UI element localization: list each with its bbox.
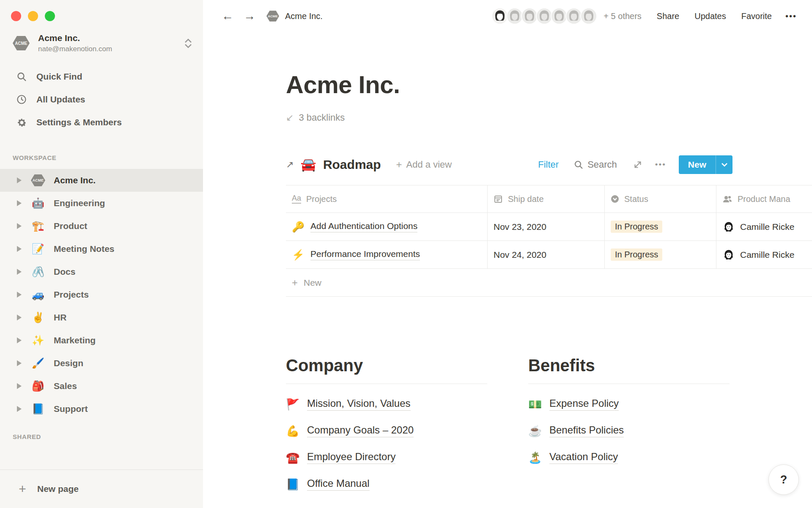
page-link-office-manual[interactable]: 📘Office Manual xyxy=(286,471,370,497)
expand-caret-icon[interactable] xyxy=(17,360,22,366)
open-as-page-icon[interactable]: ↗ xyxy=(286,159,294,170)
page-title: Acme Inc. xyxy=(286,70,812,99)
page-emoji-icon: 📘 xyxy=(286,479,300,490)
status-icon xyxy=(611,195,619,203)
collaborator-avatar[interactable] xyxy=(536,8,553,25)
collaborator-avatar[interactable] xyxy=(565,8,582,25)
sidebar-item-meeting-notes[interactable]: 📝Meeting Notes xyxy=(0,237,203,260)
more-options-icon[interactable]: ••• xyxy=(785,11,797,21)
backlinks-label: 3 backlinks xyxy=(299,112,345,123)
sidebar-item-product[interactable]: 🏗️Product xyxy=(0,215,203,237)
zoom-window-button[interactable] xyxy=(45,11,55,21)
page-emoji-icon: 🖌️ xyxy=(31,358,45,368)
status-badge: In Progress xyxy=(611,221,662,233)
search-icon xyxy=(16,71,27,82)
favorite-button[interactable]: Favorite xyxy=(741,11,772,21)
expand-caret-icon[interactable] xyxy=(17,269,22,275)
table-body: 🔑Add Authentication OptionsNov 23, 2020I… xyxy=(286,213,812,269)
shared-section-label: SHARED xyxy=(0,433,203,440)
workspace-switch-icon[interactable] xyxy=(184,39,192,48)
roadmap-toolbar: ↗ 🚘 Roadmap + Add a view Filter Search •… xyxy=(286,155,732,174)
status-cell[interactable]: In Progress xyxy=(605,241,716,268)
collaborator-avatar[interactable] xyxy=(521,8,538,25)
collaborator-avatar[interactable] xyxy=(580,8,597,25)
sidebar-item-marketing[interactable]: ✨Marketing xyxy=(0,329,203,352)
new-record-button[interactable]: New xyxy=(679,155,732,174)
add-view-button[interactable]: + Add a view xyxy=(396,159,452,171)
manager-avatar xyxy=(722,221,735,233)
breadcrumb-page-title[interactable]: Acme Inc. xyxy=(285,11,323,21)
page-link-employee-directory[interactable]: ☎️Employee Directory xyxy=(286,444,395,471)
sidebar-item-acme-inc[interactable]: ACMEAcme Inc. xyxy=(0,169,203,192)
roadmap-title[interactable]: Roadmap xyxy=(323,157,381,172)
column-header-status[interactable]: Status xyxy=(605,185,716,213)
sidebar-item-support[interactable]: 📘Support xyxy=(0,398,203,420)
sidebar-item-projects[interactable]: 🚙Projects xyxy=(0,283,203,306)
expand-icon[interactable] xyxy=(633,160,642,169)
sidebar-menu-settings-members[interactable]: Settings & Members xyxy=(0,111,203,134)
forward-arrow-icon[interactable]: → xyxy=(244,10,255,22)
expand-caret-icon[interactable] xyxy=(17,292,22,298)
backlinks-button[interactable]: ↙ 3 backlinks xyxy=(286,112,345,123)
new-dropdown-icon[interactable] xyxy=(716,155,732,174)
expand-caret-icon[interactable] xyxy=(17,223,22,229)
share-button[interactable]: Share xyxy=(657,11,679,21)
others-count[interactable]: + 5 others xyxy=(604,11,642,21)
expand-caret-icon[interactable] xyxy=(17,246,22,252)
project-emoji-icon: 🔑 xyxy=(292,222,304,232)
sidebar-menu-quick-find[interactable]: Quick Find xyxy=(0,65,203,88)
collaborator-avatar[interactable] xyxy=(491,8,508,25)
collaborator-avatar[interactable] xyxy=(506,8,523,25)
expand-caret-icon[interactable] xyxy=(17,337,22,343)
sidebar-item-design[interactable]: 🖌️Design xyxy=(0,352,203,375)
search-button[interactable]: Search xyxy=(574,159,617,170)
project-cell[interactable]: 🔑Add Authentication Options xyxy=(286,213,488,240)
help-button[interactable]: ? xyxy=(768,464,799,495)
project-cell[interactable]: ⚡Performance Improvements xyxy=(286,241,488,268)
back-arrow-icon[interactable]: ← xyxy=(222,10,233,22)
project-emoji-icon: ⚡ xyxy=(292,250,304,260)
sidebar-item-engineering[interactable]: 🤖Engineering xyxy=(0,192,203,215)
page-link-expense-policy[interactable]: 💵Expense Policy xyxy=(528,391,619,417)
section-title: Company xyxy=(286,356,487,375)
close-window-button[interactable] xyxy=(11,11,21,21)
filter-button[interactable]: Filter xyxy=(538,159,559,170)
collection-more-icon[interactable]: ••• xyxy=(655,160,666,169)
sidebar-item-hr[interactable]: ✌️HR xyxy=(0,306,203,329)
table-new-row-button[interactable]: + New xyxy=(286,269,812,297)
search-icon xyxy=(574,160,583,169)
workspace-page-list: ACMEAcme Inc.🤖Engineering🏗️Product📝Meeti… xyxy=(0,169,203,420)
ship-date-cell[interactable]: Nov 23, 2020 xyxy=(488,213,605,240)
calendar-icon xyxy=(494,194,503,204)
updates-button[interactable]: Updates xyxy=(694,11,726,21)
page-link-benefits-policies[interactable]: ☕Benefits Policies xyxy=(528,417,624,444)
column-header-product-mana[interactable]: Product Mana xyxy=(716,185,812,213)
collaborator-avatar[interactable] xyxy=(551,8,568,25)
status-cell[interactable]: In Progress xyxy=(605,213,716,240)
product-manager-cell[interactable]: Camille Ricke xyxy=(716,213,812,240)
topbar: ← → ACME Acme Inc. + 5 others Share Upda… xyxy=(203,0,812,32)
project-link[interactable]: Performance Improvements xyxy=(310,249,420,260)
expand-caret-icon[interactable] xyxy=(17,177,22,183)
sidebar-item-sales[interactable]: 🎒Sales xyxy=(0,375,203,398)
minimize-window-button[interactable] xyxy=(28,11,38,21)
column-header-projects[interactable]: AaProjects xyxy=(286,185,488,213)
workspace-switcher[interactable]: ACME Acme Inc. nate@makenotion.com xyxy=(0,21,203,58)
expand-caret-icon[interactable] xyxy=(17,383,22,389)
expand-caret-icon[interactable] xyxy=(17,406,22,412)
section-company: Company🚩Mission, Vision, Values💪Company … xyxy=(286,356,487,497)
new-page-button[interactable]: + New page xyxy=(0,470,203,508)
sidebar-item-docs[interactable]: 🖇️Docs xyxy=(0,260,203,283)
expand-caret-icon[interactable] xyxy=(17,315,22,320)
page-link-mission-vision-values[interactable]: 🚩Mission, Vision, Values xyxy=(286,391,411,417)
project-link[interactable]: Add Authentication Options xyxy=(310,221,417,232)
page-link-company-goals-2020[interactable]: 💪Company Goals – 2020 xyxy=(286,417,414,444)
product-manager-cell[interactable]: Camille Ricke xyxy=(716,241,812,268)
expand-caret-icon[interactable] xyxy=(17,200,22,206)
page-emoji-icon: ☎️ xyxy=(286,452,300,463)
sidebar-menu-all-updates[interactable]: All Updates xyxy=(0,88,203,111)
page-link-vacation-policy[interactable]: 🏝️Vacation Policy xyxy=(528,444,618,471)
ship-date-cell[interactable]: Nov 24, 2020 xyxy=(488,241,605,268)
column-header-ship-date[interactable]: Ship date xyxy=(488,185,605,213)
plus-icon: + xyxy=(17,482,28,496)
